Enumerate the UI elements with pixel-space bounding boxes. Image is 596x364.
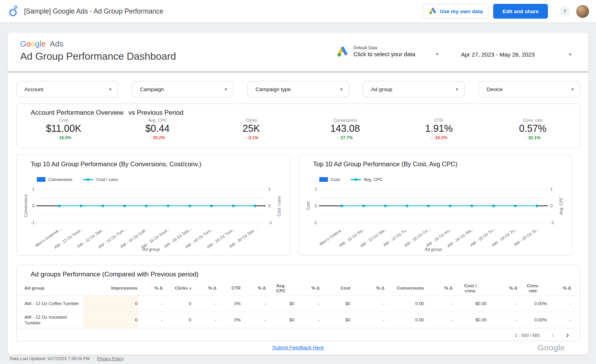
chart-plot bbox=[36, 189, 266, 223]
column-header-label: % Δ bbox=[563, 286, 571, 290]
help-button[interactable]: ? bbox=[560, 6, 570, 17]
gridline bbox=[319, 214, 548, 215]
edit-and-share-button[interactable]: Edit and share bbox=[493, 4, 548, 19]
table-row: AW - 12 Oz Coffee Tumbler0-0-0%-$0-$0-0.… bbox=[17, 295, 580, 312]
chart-card-cost: Top 10 Ad Group Performance (By Cost, Av… bbox=[299, 155, 572, 256]
date-range-selector[interactable]: Apr 27, 2023 - May 26, 2023 ▾ bbox=[461, 51, 567, 58]
column-header-cost-conv[interactable]: Cost / conv. bbox=[454, 283, 488, 293]
ad-group-cell: AW - 12 Oz Insulated Tumbler bbox=[24, 314, 83, 326]
filter-ad-group[interactable]: Ad group▾ bbox=[363, 81, 464, 97]
metric-ctr: CTR1.91%↓-19.3% bbox=[392, 118, 486, 140]
google-logo: Google bbox=[537, 343, 565, 352]
google-ads-icon bbox=[336, 45, 349, 59]
data-point bbox=[492, 205, 495, 207]
chevron-down-icon: ▾ bbox=[340, 87, 343, 92]
table-cell: - bbox=[296, 301, 321, 306]
table-cell: - bbox=[242, 317, 267, 323]
filter-label: Campaign type bbox=[256, 86, 291, 92]
header-divider bbox=[8, 71, 588, 73]
delta-value: 16.5% bbox=[59, 135, 71, 140]
window-title: [Sample] Google Ads - Ad Group Performan… bbox=[24, 7, 163, 16]
table-cell: - bbox=[426, 301, 454, 306]
table-cell: 0.00% bbox=[519, 301, 548, 306]
chevron-down-icon: ▾ bbox=[456, 87, 458, 92]
column-header-conv-rate[interactable]: Conv. rate bbox=[519, 283, 548, 293]
gridline bbox=[319, 189, 548, 190]
gridline bbox=[36, 223, 266, 223]
legend-item-conversions: Conversions bbox=[37, 177, 72, 182]
table-body: AW - 12 Oz Coffee Tumbler0-0-0%-$0-$0-0.… bbox=[17, 295, 580, 328]
prev-page-button[interactable]: ‹ bbox=[551, 331, 554, 339]
table-cell: - bbox=[139, 317, 164, 323]
column-header-[interactable]: % Δ bbox=[352, 286, 386, 291]
overview-title-text: Account Performance Overview bbox=[31, 109, 123, 116]
table-cell: 0 bbox=[164, 317, 193, 323]
column-header-clicks[interactable]: Clicks▾ bbox=[164, 286, 193, 291]
submit-feedback-link[interactable]: Submit Feedback Here bbox=[272, 345, 324, 350]
metric-label: Cost bbox=[17, 118, 111, 122]
y-tick-label: 1 bbox=[315, 187, 317, 191]
metric-value: 1.91% bbox=[392, 123, 486, 134]
legend-line-dot bbox=[354, 178, 357, 181]
gridline bbox=[36, 198, 266, 198]
table-cell: - bbox=[488, 317, 519, 323]
y-tick-label: -1 bbox=[31, 220, 35, 225]
data-source-hint: Click to select your data bbox=[353, 51, 415, 57]
metric-value: $11.00K bbox=[17, 123, 111, 134]
column-header-[interactable]: % Δ bbox=[193, 286, 218, 291]
legend-label: Conversions bbox=[49, 177, 72, 182]
column-header-[interactable]: % Δ bbox=[488, 286, 519, 291]
column-header-avg-cpc[interactable]: Avg. CPC bbox=[267, 283, 296, 293]
avatar[interactable] bbox=[576, 5, 589, 18]
y-tick-label: 1 bbox=[32, 187, 35, 191]
column-header-[interactable]: % Δ bbox=[549, 286, 573, 291]
table-cell: - bbox=[139, 301, 164, 306]
table-title: Ad groups Performance (Compared with Pre… bbox=[17, 265, 580, 278]
column-header-label: Impressions bbox=[111, 286, 137, 290]
column-header-ad-group[interactable]: Ad group bbox=[24, 286, 83, 291]
filter-campaign-type[interactable]: Campaign type▾ bbox=[248, 81, 349, 97]
data-point bbox=[80, 205, 83, 207]
legend-bar-swatch bbox=[37, 177, 45, 182]
column-header-[interactable]: % Δ bbox=[426, 286, 454, 291]
data-source-selector[interactable]: Default Data Click to select your data ▾ bbox=[336, 45, 452, 59]
table-row: AW - 12 Oz Insulated Tumbler0-0-0%-$0-$0… bbox=[17, 312, 580, 328]
metric-delta: ↑32.1% bbox=[486, 135, 580, 140]
filter-account[interactable]: Account▾ bbox=[16, 81, 118, 97]
column-header-label: CTR bbox=[231, 286, 241, 290]
column-header-impressions[interactable]: Impressions bbox=[83, 286, 139, 291]
use-my-own-data-button[interactable]: Use my own data bbox=[423, 4, 489, 19]
overview-card: Account Performance Overviewvs Previous … bbox=[16, 104, 580, 148]
table-cell: 0.00% bbox=[519, 317, 548, 323]
delta-up-icon: ↑ bbox=[150, 136, 152, 140]
column-header-cost[interactable]: Cost bbox=[321, 286, 352, 291]
x-axis-title: Ad group bbox=[319, 247, 548, 252]
legend-line-swatch bbox=[83, 179, 93, 180]
data-point bbox=[123, 205, 126, 207]
column-header-conversions[interactable]: Conversions bbox=[386, 286, 426, 291]
chevron-down-icon: ▾ bbox=[225, 87, 227, 92]
column-header-[interactable]: % Δ bbox=[242, 286, 267, 291]
privacy-policy-link[interactable]: Privacy Policy bbox=[97, 356, 123, 361]
filter-device[interactable]: Device▾ bbox=[478, 81, 580, 97]
metric-conversions: Conversions143.08↑27.7% bbox=[298, 118, 392, 140]
delta-value: -19.3% bbox=[434, 135, 447, 140]
metric-conv-rate: Conv. rate0.57%↑32.1% bbox=[486, 118, 580, 140]
column-header-label: Cost bbox=[341, 286, 351, 290]
pagination-info: 1 - 500 / 885 bbox=[515, 333, 540, 338]
table-cell: $0 bbox=[267, 317, 296, 323]
x-axis-title: Ad group bbox=[36, 247, 266, 252]
y-tick-label: 0 bbox=[315, 204, 317, 208]
last-updated-label: Data Last Updated: 5/27/2023 7:38:04 PM bbox=[10, 356, 90, 361]
column-header-ctr[interactable]: CTR bbox=[218, 286, 242, 291]
column-header-[interactable]: % Δ bbox=[139, 286, 164, 291]
next-page-button[interactable]: › bbox=[566, 331, 569, 339]
overview-subtitle: vs Previous Period bbox=[128, 109, 184, 116]
metric-delta: ↑20.2% bbox=[111, 135, 204, 140]
data-point bbox=[535, 205, 538, 207]
column-header-label: % Δ bbox=[444, 286, 452, 290]
gridline bbox=[319, 223, 548, 223]
filter-campaign[interactable]: Campaign▾ bbox=[132, 81, 234, 97]
y-tick-label: 1 bbox=[550, 187, 553, 191]
column-header-[interactable]: % Δ bbox=[296, 286, 321, 291]
